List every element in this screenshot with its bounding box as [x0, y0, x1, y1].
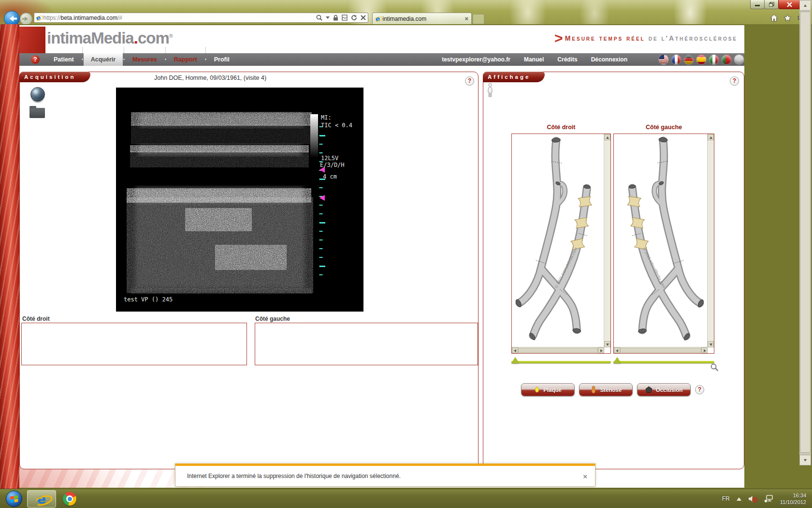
flag-pt-icon[interactable] — [721, 54, 732, 65]
person-icon[interactable] — [486, 83, 494, 98]
acq-left-side-label: Côté gauche — [255, 315, 290, 322]
nav-link-credits[interactable]: Crédits — [557, 56, 577, 63]
stenose-icon — [590, 386, 597, 394]
zoom-slider-left[interactable] — [613, 359, 714, 365]
hidden-icons-button[interactable] — [737, 497, 741, 501]
new-tab-button[interactable] — [473, 14, 484, 24]
nav-item-acquerir[interactable]: Acquérir — [84, 53, 123, 66]
acq-right-side-box[interactable] — [21, 323, 247, 365]
favorites-star-icon[interactable] — [783, 14, 792, 22]
notification-close-icon[interactable]: × — [583, 472, 587, 480]
lesion-help-button[interactable]: ? — [695, 385, 704, 394]
language-indicator[interactable]: FR — [722, 495, 730, 502]
nav-help-button[interactable]: ? — [31, 55, 40, 64]
carotid-diagram-right[interactable]: © 2011 intimaMedia.com — [511, 134, 611, 354]
nav-item-mesures[interactable]: Mesures — [125, 53, 164, 66]
plaque-icon — [534, 386, 540, 393]
scrollbar-thumb[interactable] — [800, 12, 811, 453]
tagline-chevron-icon: > — [554, 31, 563, 45]
nav-item-rapport[interactable]: Rapport — [167, 53, 204, 66]
nav-link-manuel[interactable]: Manuel — [524, 56, 544, 63]
home-icon[interactable] — [770, 14, 778, 22]
site-tagline: > Mesure temps réel de l'Athérosclérose — [554, 31, 738, 45]
scroll-up-button[interactable] — [799, 0, 811, 11]
lesion-buttons: Plaque Sténose Occlusion ? — [521, 383, 704, 396]
scroll-down-button[interactable] — [799, 455, 811, 465]
taskbar-ie-button[interactable]: e — [27, 490, 56, 508]
clock-time: 16:34 — [780, 492, 806, 499]
acq-left-side-box[interactable] — [255, 323, 478, 365]
us-label-mode: E/3/D/H — [320, 162, 345, 168]
minimize-button[interactable] — [750, 0, 765, 9]
volume-muted-icon[interactable] — [748, 495, 757, 503]
flag-partial-icon[interactable] — [734, 54, 744, 65]
flag-de-icon[interactable] — [683, 54, 694, 65]
main-navbar: ? Patient Acquérir Mesures Rapport Profi… — [19, 53, 744, 66]
header-red-block — [19, 27, 45, 53]
diagram-right-vscrollbar[interactable] — [604, 134, 610, 347]
address-bar[interactable]: e https://beta.intimamedia.com/# — [34, 13, 368, 23]
us-footer-text: test VP () 245 — [124, 296, 173, 303]
lock-icon — [333, 15, 338, 21]
compatibility-view-icon[interactable] — [342, 15, 348, 21]
browser-vscrollbar[interactable] — [799, 0, 811, 465]
plaque-button[interactable]: Plaque — [521, 383, 575, 396]
user-email: testvpexplorer@yahoo.fr — [442, 56, 510, 63]
nav-link-deconnexion[interactable]: Déconnexion — [591, 56, 627, 63]
restore-button[interactable] — [764, 0, 779, 9]
search-icon[interactable] — [316, 15, 322, 21]
magnifier-icon[interactable] — [710, 363, 719, 372]
flag-es-icon[interactable] — [696, 54, 707, 65]
slider-thumb[interactable] — [511, 357, 519, 363]
site-logo[interactable]: intimaMedia.com® — [47, 29, 173, 47]
flag-us-icon[interactable] — [658, 54, 669, 65]
start-button[interactable] — [6, 491, 22, 507]
ie-notification-bar: Internet Explorer a terminé la suppressi… — [175, 463, 595, 487]
refresh-icon[interactable] — [351, 15, 357, 21]
acq-right-side-label: Côté droit — [22, 315, 50, 322]
camera-capture-icon[interactable] — [30, 87, 45, 102]
url-text[interactable]: https://beta.intimamedia.com/# — [44, 15, 315, 21]
zoom-slider-right[interactable] — [511, 359, 611, 365]
folder-open-icon[interactable] — [29, 108, 45, 118]
page-left-decoration — [0, 24, 19, 490]
diagram-left-vscrollbar[interactable] — [707, 134, 714, 347]
page-container: intimaMedia.com® > Mesure temps réel de … — [19, 25, 744, 488]
taskbar-chrome-button[interactable] — [63, 492, 76, 506]
desktop: e https://beta.intimamedia.com/# e intim… — [0, 0, 812, 508]
nav-separator — [81, 53, 84, 66]
ultrasound-image[interactable]: MI: TIC < 0.4 12L5V E/3/D/H 4 cm test VP… — [116, 88, 363, 312]
browser-tab[interactable]: e intimamedia.com × — [372, 13, 472, 24]
acquisition-panel: Acquisition John DOE, Homme, 09/03/1961,… — [19, 72, 478, 469]
close-button[interactable] — [778, 0, 800, 9]
nav-item-patient[interactable]: Patient — [46, 53, 81, 66]
us-label-tic: TIC < 0.4 — [321, 122, 352, 129]
tab-close-icon[interactable]: × — [464, 15, 468, 22]
nav-item-profil[interactable]: Profil — [207, 53, 237, 66]
acquisition-help-button[interactable]: ? — [465, 76, 474, 86]
search-dropdown-icon[interactable] — [326, 16, 330, 19]
site-favicon: e — [36, 15, 41, 21]
occlusion-icon — [645, 386, 652, 393]
patient-info: John DOE, Homme, 09/03/1961, (visite 4) — [154, 75, 266, 81]
flag-it-icon[interactable] — [709, 54, 719, 65]
slider-thumb[interactable] — [613, 357, 621, 363]
aff-left-side-label: Côté gauche — [613, 124, 714, 131]
carotid-diagram-left[interactable]: © 2011 intimaMedia.com — [613, 134, 714, 354]
diagram-right-hscrollbar[interactable] — [512, 347, 604, 353]
stop-icon[interactable] — [361, 15, 366, 20]
diagram-left-hscrollbar[interactable] — [614, 347, 708, 353]
occlusion-button[interactable]: Occlusion — [637, 383, 691, 396]
us-grayscale-bar — [310, 114, 318, 158]
notification-text: Internet Explorer a terminé la suppressi… — [187, 473, 583, 479]
window-controls — [751, 0, 800, 9]
us-label-mi: MI: — [321, 114, 332, 121]
tab-title: intimamedia.com — [383, 15, 465, 22]
flag-fr-icon[interactable] — [671, 54, 682, 65]
nav-separator — [123, 53, 125, 66]
network-icon[interactable] — [764, 495, 773, 503]
forward-button[interactable] — [20, 13, 32, 25]
affichage-help-button[interactable]: ? — [730, 76, 739, 86]
taskbar-clock[interactable]: 16:34 11/10/2012 — [780, 492, 808, 506]
stenose-button[interactable]: Sténose — [579, 383, 633, 396]
